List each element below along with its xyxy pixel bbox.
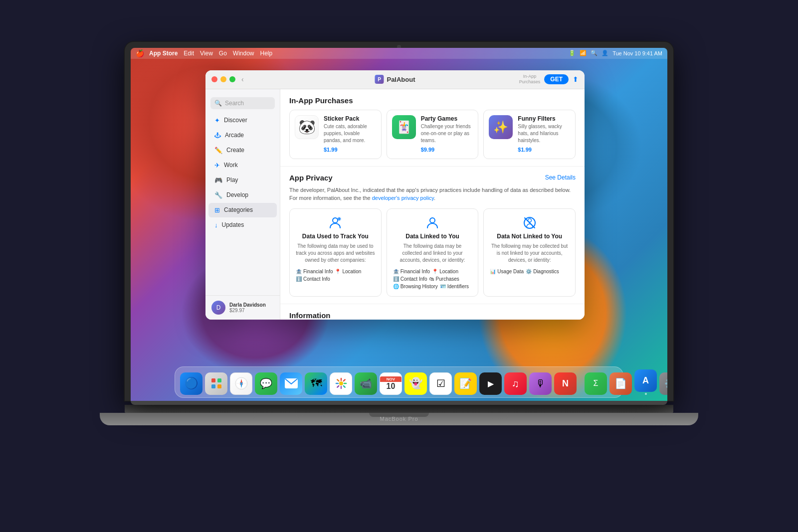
dock-notes[interactable]: 📝 <box>454 372 477 395</box>
apple-menu-icon[interactable]: 🍎 <box>136 49 144 57</box>
financial-icon: 🏦 <box>296 269 302 274</box>
privacy-policy-link[interactable]: developer's privacy policy <box>372 195 434 201</box>
track-title: Data Used to Track You <box>296 233 375 240</box>
dock-appletv[interactable]: ▶ <box>479 372 502 395</box>
privacy-desc: The developer, PalAbout Inc., indicated … <box>289 186 576 202</box>
dock-base <box>131 401 667 405</box>
search-label: Search <box>225 100 244 107</box>
dock-news[interactable]: N <box>554 372 577 395</box>
sidebar-item-create[interactable]: ✏️ Create <box>208 143 277 158</box>
sidebar-item-play[interactable]: 🎮 Play <box>208 173 277 187</box>
menubar-help[interactable]: Help <box>260 50 273 57</box>
maximize-button[interactable] <box>229 76 235 82</box>
svg-line-5 <box>525 218 535 228</box>
share-button[interactable]: ⬆ <box>573 75 579 83</box>
dock-finder[interactable]: 🔵 <box>180 372 202 395</box>
usage-icon: 📊 <box>490 269 496 274</box>
dock-podcasts[interactable]: 🎙 <box>529 372 552 395</box>
iap-card-party: 🃏 Party Games Challenge your friends one… <box>387 110 479 159</box>
clock: Tue Nov 10 9:41 AM <box>612 50 662 56</box>
iap-info-sticker: Sticker Pack Cute cats, adorable puppies… <box>324 115 376 154</box>
dock-photos[interactable] <box>330 372 352 395</box>
profile-price: $29.97 <box>229 308 266 313</box>
window-actions: In-AppPurchases GET ⬆ <box>519 74 579 85</box>
laptop-bottom <box>125 401 673 425</box>
menubar-right: 🔋 📶 🔍 👤 Tue Nov 10 9:41 AM <box>569 50 662 56</box>
financial-icon2: 🏦 <box>393 269 399 274</box>
track-icon <box>296 216 375 230</box>
menubar-window[interactable]: Window <box>233 50 254 57</box>
iap-icon-panda: 🐼 <box>295 115 319 139</box>
dock-messages[interactable]: 💬 <box>255 372 277 395</box>
dock-appstore[interactable]: A <box>634 369 657 395</box>
contact-icon2: ℹ️ <box>393 276 399 282</box>
linked-desc: The following data may be collected and … <box>393 243 472 264</box>
menubar-view[interactable]: View <box>200 50 213 57</box>
close-button[interactable] <box>211 76 217 82</box>
purchases-icon: 🛍 <box>429 276 434 282</box>
sidebar-item-updates[interactable]: ↓ Updates <box>208 218 277 232</box>
privacy-header: App Privacy See Details <box>289 174 576 182</box>
privacy-card-notlinked: Data Not Linked to You The following may… <box>483 208 576 297</box>
dock-settings[interactable]: ⚙️ <box>659 372 667 395</box>
screen-content: 🍎 App Store Edit View Go Window Help 🔋 📶… <box>131 48 667 401</box>
iap-price-filters[interactable]: $1.99 <box>518 147 532 153</box>
sidebar-label-updates: Updates <box>222 221 244 228</box>
sidebar-item-develop[interactable]: 🔧 Develop <box>208 188 277 202</box>
create-icon: ✏️ <box>214 147 222 154</box>
dock-launchpad[interactable] <box>205 372 227 395</box>
dock-facetime[interactable]: 📹 <box>355 372 377 395</box>
wifi-icon: 📶 <box>580 50 587 56</box>
in-app-label: In-AppPurchases <box>519 74 541 85</box>
dock-mail[interactable] <box>280 372 302 395</box>
dock-music[interactable]: ♫ <box>504 372 527 395</box>
diagnostics-icon: ⚙️ <box>526 269 532 274</box>
iap-price-sticker[interactable]: $1.99 <box>324 147 338 153</box>
info-section: Information Seller PalAbout Inc. Size 52… <box>280 304 585 320</box>
info-title: Information <box>289 311 576 320</box>
search-icon[interactable]: 🔍 <box>591 50 598 56</box>
dock-numbers[interactable]: Σ <box>585 372 607 395</box>
menubar-appstore[interactable]: App Store <box>149 50 178 57</box>
iap-icon-filters: ✨ <box>489 115 513 139</box>
dock-maps[interactable]: 🗺 <box>305 372 327 395</box>
svg-rect-6 <box>211 378 215 382</box>
iap-price-party[interactable]: $9.99 <box>421 147 435 153</box>
get-button[interactable]: GET <box>544 74 569 84</box>
minimize-button[interactable] <box>220 76 226 82</box>
window-body: 🔍 Search ✦ Discover 🕹 Arcade ✏️ <box>205 89 585 320</box>
sidebar-label-categories: Categories <box>224 206 253 213</box>
menubar: 🍎 App Store Edit View Go Window Help 🔋 📶… <box>131 48 667 59</box>
dock-calendar[interactable]: NOV 10 <box>380 372 402 395</box>
battery-icon: 🔋 <box>569 50 576 56</box>
linked-icon <box>393 216 472 230</box>
svg-rect-9 <box>217 384 221 388</box>
iap-name-sticker: Sticker Pack <box>324 115 376 122</box>
see-details-button[interactable]: See Details <box>545 174 576 181</box>
identifiers-icon: 🪪 <box>440 284 446 289</box>
sidebar-search[interactable]: 🔍 Search <box>210 97 275 109</box>
dock-reminders[interactable]: ☑ <box>429 372 452 395</box>
notlinked-desc: The following may be collected but is no… <box>490 243 569 264</box>
sidebar-label-develop: Develop <box>226 191 248 198</box>
track-tag-contact: ℹ️ Contact Info <box>296 276 330 282</box>
sidebar-item-arcade[interactable]: 🕹 Arcade <box>208 128 277 143</box>
back-button[interactable]: ‹ <box>241 75 244 83</box>
svg-point-0 <box>333 218 338 223</box>
sidebar-item-work[interactable]: ✈ Work <box>208 158 277 173</box>
sidebar-item-categories[interactable]: ⊞ Categories <box>208 203 277 217</box>
traffic-lights <box>211 76 235 82</box>
dock-safari[interactable] <box>230 372 252 395</box>
dock-pages[interactable]: 📄 <box>609 372 632 395</box>
dock: 🔵 💬 <box>175 366 623 398</box>
iap-card-filters: ✨ Funny Filters Silly glasses, wacky hat… <box>483 110 576 159</box>
menubar-edit[interactable]: Edit <box>184 50 194 57</box>
laptop-notch <box>369 413 429 417</box>
sidebar-profile[interactable]: D Darla Davidson $29.97 <box>205 295 280 320</box>
iap-info-filters: Funny Filters Silly glasses, wacky hats,… <box>518 115 570 154</box>
app-icon: P <box>375 75 384 84</box>
sidebar-label-work: Work <box>224 162 238 169</box>
menubar-go[interactable]: Go <box>219 50 227 57</box>
sidebar-item-discover[interactable]: ✦ Discover <box>208 113 277 128</box>
dock-snapchat[interactable]: 👻 <box>404 372 427 395</box>
